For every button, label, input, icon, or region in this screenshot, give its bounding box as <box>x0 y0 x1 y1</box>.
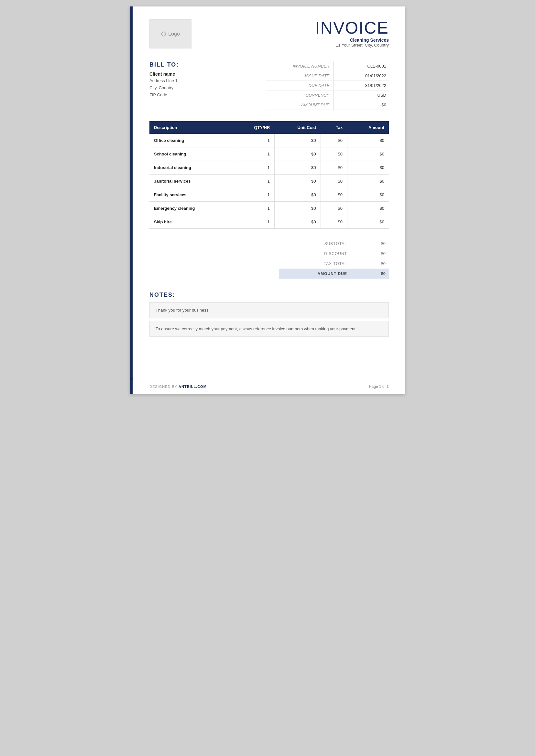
discount-row: DISCOUNT $0 <box>279 249 389 258</box>
zip: ZIP Code <box>150 92 266 98</box>
subtotal-label: SUBTOTAL <box>279 238 350 249</box>
antbill-link[interactable]: ANTBILL.COM <box>179 385 207 389</box>
invoice-detail-row: CURRENCY USD <box>266 91 389 100</box>
invoice-detail-row: DUE DATE 31/01/2022 <box>266 81 389 91</box>
item-amount: $0 <box>348 148 389 161</box>
item-amount: $0 <box>348 161 389 175</box>
col-description: Description <box>150 121 233 134</box>
table-row: Janitorial services 1 $0 $0 $0 <box>150 175 389 188</box>
item-description: School cleaning <box>150 148 233 161</box>
item-unit-cost: $0 <box>274 202 321 215</box>
item-qty: 1 <box>233 215 274 229</box>
detail-value: $0 <box>333 100 389 110</box>
header: ⬡ Logo INVOICE Cleaning Services 11 Your… <box>150 19 389 48</box>
totals-section: SUBTOTAL $0 DISCOUNT $0 TAX TOTAL $0 A <box>150 238 389 279</box>
notes-section: NOTES: Thank you for your business. To e… <box>150 291 389 337</box>
items-table: Description QTY/HR Unit Cost Tax Amount … <box>150 121 389 229</box>
footer-page: Page 1 of 1 <box>369 384 389 389</box>
item-description: Industrial cleaning <box>150 161 233 175</box>
item-qty: 1 <box>233 161 274 175</box>
invoice-detail-row: INVOICE NUMBER CLE-0001 <box>266 62 389 71</box>
item-unit-cost: $0 <box>274 148 321 161</box>
item-unit-cost: $0 <box>274 175 321 188</box>
detail-value: CLE-0001 <box>333 62 389 71</box>
item-description: Emergency cleaning <box>150 202 233 215</box>
item-amount: $0 <box>348 202 389 215</box>
item-tax: $0 <box>321 148 347 161</box>
company-address: 11 Your Street, City, Country <box>315 43 389 47</box>
totals-table: SUBTOTAL $0 DISCOUNT $0 TAX TOTAL $0 A <box>279 238 389 279</box>
amount-due-label: AMOUNT DUE <box>279 269 350 279</box>
item-amount: $0 <box>348 215 389 229</box>
bill-to-label: BILL TO: <box>150 62 266 68</box>
client-info: Address Line 1 City, Country ZIP Code <box>150 77 266 98</box>
client-name: Client name <box>150 71 266 77</box>
item-unit-cost: $0 <box>274 215 321 229</box>
invoice-details: INVOICE NUMBER CLE-0001 ISSUE DATE 01/01… <box>266 62 389 110</box>
item-tax: $0 <box>321 161 347 175</box>
bill-to-block: BILL TO: Client name Address Line 1 City… <box>150 62 266 98</box>
invoice-detail-row: AMOUNT DUE $0 <box>266 100 389 110</box>
table-row: Emergency cleaning 1 $0 $0 $0 <box>150 202 389 215</box>
detail-label: AMOUNT DUE <box>266 100 333 110</box>
detail-label: CURRENCY <box>266 91 333 100</box>
company-name: Cleaning Services <box>315 38 389 43</box>
subtotal-value: $0 <box>350 238 389 249</box>
col-qty: QTY/HR <box>233 121 274 134</box>
item-qty: 1 <box>233 148 274 161</box>
item-amount: $0 <box>348 175 389 188</box>
address-line1: Address Line 1 <box>150 77 266 84</box>
footer: DESIGNED BY ANTBILL.COM Page 1 of 1 <box>130 379 405 394</box>
invoice-detail-row: ISSUE DATE 01/01/2022 <box>266 71 389 81</box>
invoice-title: INVOICE <box>315 19 389 36</box>
detail-label: INVOICE NUMBER <box>266 62 333 71</box>
col-amount: Amount <box>348 121 389 134</box>
item-qty: 1 <box>233 175 274 188</box>
item-qty: 1 <box>233 134 274 148</box>
notes-label: NOTES: <box>150 291 389 298</box>
item-description: Janitorial services <box>150 175 233 188</box>
item-unit-cost: $0 <box>274 161 321 175</box>
table-row: Skip hire 1 $0 $0 $0 <box>150 215 389 229</box>
item-description: Office cleaning <box>150 134 233 148</box>
logo-text: Logo <box>168 31 180 37</box>
tax-total-value: $0 <box>350 258 389 269</box>
designed-by-text: DESIGNED BY <box>150 385 177 389</box>
tax-total-row: TAX TOTAL $0 <box>279 258 389 269</box>
detail-label: DUE DATE <box>266 81 333 91</box>
item-amount: $0 <box>348 134 389 148</box>
item-tax: $0 <box>321 202 347 215</box>
company-info: INVOICE Cleaning Services 11 Your Street… <box>315 19 389 47</box>
logo-icon: ⬡ <box>161 30 166 38</box>
item-tax: $0 <box>321 215 347 229</box>
discount-label: DISCOUNT <box>279 249 350 258</box>
item-unit-cost: $0 <box>274 134 321 148</box>
bill-section: BILL TO: Client name Address Line 1 City… <box>150 62 389 110</box>
table-row: School cleaning 1 $0 $0 $0 <box>150 148 389 161</box>
item-description: Skip hire <box>150 215 233 229</box>
amount-due-row: AMOUNT DUE $0 <box>279 269 389 279</box>
note1: Thank you for your business. <box>150 302 389 318</box>
item-qty: 1 <box>233 188 274 202</box>
item-description: Facility services <box>150 188 233 202</box>
city-country: City, Country <box>150 84 266 92</box>
table-row: Office cleaning 1 $0 $0 $0 <box>150 134 389 148</box>
col-tax: Tax <box>321 121 347 134</box>
note2: To ensure we correctly match your paymen… <box>150 321 389 337</box>
item-amount: $0 <box>348 188 389 202</box>
table-row: Facility services 1 $0 $0 $0 <box>150 188 389 202</box>
logo-box: ⬡ Logo <box>150 19 191 48</box>
detail-value: USD <box>333 91 389 100</box>
item-unit-cost: $0 <box>274 188 321 202</box>
amount-due-value: $0 <box>350 269 389 279</box>
discount-value: $0 <box>350 249 389 258</box>
table-row: Industrial cleaning 1 $0 $0 $0 <box>150 161 389 175</box>
footer-designed: DESIGNED BY ANTBILL.COM <box>150 385 207 389</box>
detail-label: ISSUE DATE <box>266 71 333 81</box>
invoice-page: ⬡ Logo INVOICE Cleaning Services 11 Your… <box>130 7 405 394</box>
col-unit-cost: Unit Cost <box>274 121 321 134</box>
detail-value: 01/01/2022 <box>333 71 389 81</box>
item-tax: $0 <box>321 175 347 188</box>
item-tax: $0 <box>321 134 347 148</box>
item-qty: 1 <box>233 202 274 215</box>
